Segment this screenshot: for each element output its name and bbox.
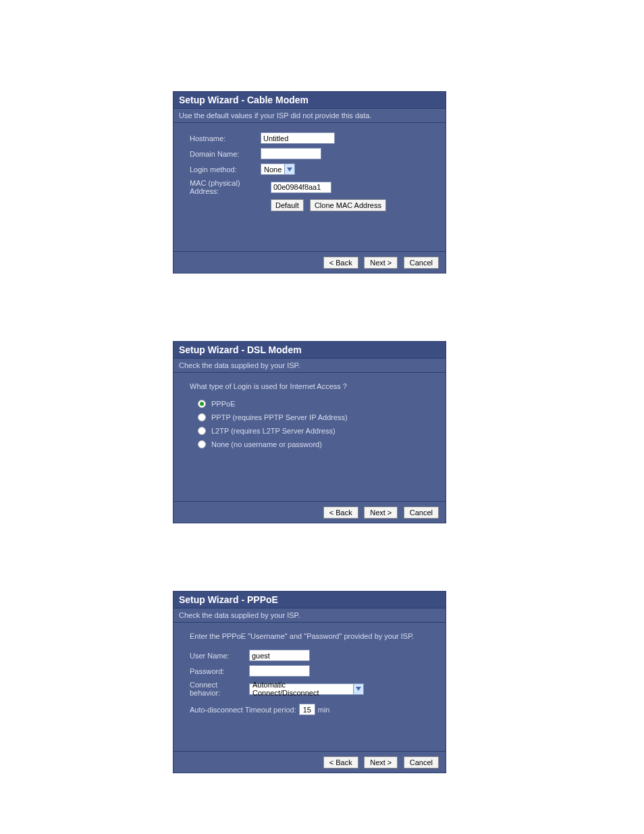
panel-subtitle: Check the data supplied by your ISP. — [173, 608, 446, 623]
panel-body: What type of Login is used for Internet … — [173, 373, 446, 501]
radio-label: PPTP (requires PPTP Server IP Address) — [211, 413, 348, 421]
radio-none[interactable]: None (no username or password) — [198, 440, 432, 448]
wizard-dsl-modem-panel: Setup Wizard - DSL Modem Check the data … — [173, 341, 446, 523]
panel-title: Setup Wizard - Cable Modem — [173, 92, 446, 109]
hostname-input[interactable] — [261, 132, 335, 144]
pppoe-prompt: Enter the PPPoE "Username" and "Password… — [190, 632, 432, 640]
radio-label: PPPoE — [211, 400, 235, 408]
panel-body: Enter the PPPoE "Username" and "Password… — [173, 623, 446, 751]
radio-label: L2TP (requires L2TP Server Address) — [211, 427, 336, 435]
next-button[interactable]: Next > — [364, 257, 398, 269]
domain-input[interactable] — [261, 148, 321, 159]
panel-subtitle: Use the default values if your ISP did n… — [173, 109, 446, 123]
timeout-label: Auto-disconnect Timeout period: — [190, 706, 296, 714]
wizard-cable-modem-panel: Setup Wizard - Cable Modem Use the defau… — [173, 91, 446, 273]
password-label: Password: — [190, 667, 249, 675]
radio-icon — [198, 413, 206, 421]
back-button[interactable]: < Back — [323, 257, 358, 269]
radio-pptp[interactable]: PPTP (requires PPTP Server IP Address) — [198, 413, 432, 421]
cancel-button[interactable]: Cancel — [404, 506, 439, 519]
next-button[interactable]: Next > — [364, 506, 398, 519]
password-input[interactable] — [249, 665, 310, 677]
domain-label: Domain Name: — [190, 150, 261, 158]
back-button[interactable]: < Back — [323, 756, 358, 768]
username-input[interactable] — [249, 650, 310, 661]
panel-body: Hostname: Domain Name: Login method: Non… — [173, 123, 446, 251]
clone-mac-button[interactable]: Clone MAC Address — [310, 199, 386, 211]
panel-footer: < Back Next > Cancel — [173, 751, 446, 773]
panel-title: Setup Wizard - PPPoE — [173, 592, 446, 608]
panel-title: Setup Wizard - DSL Modem — [173, 342, 446, 359]
back-button[interactable]: < Back — [323, 506, 358, 519]
username-label: User Name: — [190, 652, 249, 660]
radio-icon — [198, 427, 206, 435]
radio-icon — [198, 440, 206, 448]
connect-behavior-select[interactable]: Automatic Connect/Disconnect — [249, 683, 364, 695]
panel-subtitle: Check the data supplied by your ISP. — [173, 359, 446, 373]
login-type-prompt: What type of Login is used for Internet … — [190, 382, 432, 390]
default-button[interactable]: Default — [271, 199, 304, 211]
login-method-label: Login method: — [190, 165, 261, 174]
next-button[interactable]: Next > — [364, 756, 398, 768]
wizard-pppoe-panel: Setup Wizard - PPPoE Check the data supp… — [173, 591, 446, 773]
radio-label: None (no username or password) — [211, 440, 322, 448]
mac-label: MAC (physical) Address: — [190, 179, 271, 195]
login-method-value: None — [261, 165, 284, 174]
cancel-button[interactable]: Cancel — [404, 756, 439, 768]
mac-input[interactable] — [271, 182, 331, 193]
radio-pppoe[interactable]: PPPoE — [198, 400, 432, 408]
timeout-unit: min — [318, 706, 330, 714]
connect-behavior-value: Automatic Connect/Disconnect — [250, 681, 353, 697]
hostname-label: Hostname: — [190, 134, 261, 142]
panel-footer: < Back Next > Cancel — [173, 251, 446, 273]
connect-behavior-label: Connect behavior: — [190, 681, 249, 697]
panel-footer: < Back Next > Cancel — [173, 501, 446, 523]
chevron-down-icon — [284, 164, 294, 174]
login-method-select[interactable]: None — [261, 163, 295, 175]
radio-l2tp[interactable]: L2TP (requires L2TP Server Address) — [198, 427, 432, 435]
cancel-button[interactable]: Cancel — [404, 257, 439, 269]
timeout-input[interactable] — [299, 704, 315, 715]
radio-icon — [198, 400, 206, 408]
chevron-down-icon — [353, 684, 363, 694]
